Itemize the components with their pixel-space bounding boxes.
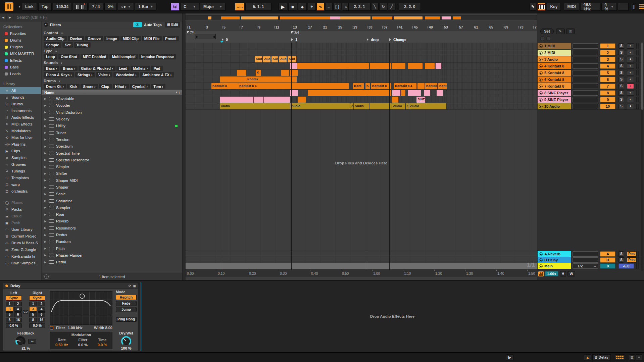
monitor-button[interactable]: ●	[627, 104, 634, 109]
key-note-menu[interactable]: C▼	[180, 3, 199, 11]
beat-division-2[interactable]: 2	[38, 302, 45, 306]
clip-sine[interactable]: SINE	[416, 97, 425, 103]
track-play-icon[interactable]: ▶	[539, 78, 543, 82]
track-row-2-midi[interactable]: ▶2 MIDI2S◐	[537, 49, 644, 56]
filter-tag[interactable]: Strings ›	[75, 72, 95, 77]
track-name[interactable]: ▶A Reverb	[538, 251, 571, 257]
clip[interactable]	[297, 63, 369, 69]
expand-arrow-icon[interactable]: ▶	[44, 213, 47, 216]
expand-arrow-icon[interactable]: ▶	[44, 165, 47, 168]
record-button[interactable]: ●	[298, 3, 307, 11]
track-arm-number[interactable]: 8	[600, 90, 615, 96]
device-list-item[interactable]: ▶Reverb	[42, 218, 182, 224]
clip-kontakt-8[interactable]: Kontakt 8	[371, 83, 391, 89]
place-item-drum-n-bass-s[interactable]: ▭Drum N Bass S	[0, 240, 41, 246]
device-list-item[interactable]: ▶Vocoder	[42, 102, 182, 109]
filter-tag[interactable]: Sample	[44, 42, 61, 48]
clip-lane-track-6[interactable]: Kontak	[186, 76, 537, 83]
monitor-button[interactable]: ◐	[627, 50, 634, 55]
track-arm-number[interactable]: 2	[600, 50, 615, 55]
clip-lane-track-7[interactable]: Kontakt 8Kontakt 8 4KontKKontakt 8Kontak…	[186, 83, 537, 90]
beat-division-3[interactable]: 3	[29, 307, 37, 312]
post-toggle[interactable]: Post	[627, 257, 637, 263]
punch-button[interactable]: [ ]	[333, 3, 341, 11]
browser-forward-button[interactable]: ▶	[7, 14, 13, 20]
filter-tag[interactable]: MIDI File	[142, 36, 162, 41]
track-name[interactable]: ▶9 SINE Player	[538, 97, 571, 103]
stop-button[interactable]: ■	[288, 3, 297, 11]
filter-tag[interactable]: Impulse Response	[139, 54, 176, 59]
device-list-item[interactable]: ▶Shifter	[42, 170, 182, 177]
expand-arrow-icon[interactable]: ▶	[44, 254, 47, 257]
solo-button[interactable]: S	[618, 43, 624, 49]
device-list-item[interactable]: ▶Scale	[42, 191, 182, 197]
clip[interactable]	[281, 70, 289, 76]
filter-tag[interactable]: Image	[104, 36, 119, 41]
filter-tag[interactable]: Voice ›	[96, 72, 112, 77]
expand-arrow-icon[interactable]: ▶	[44, 240, 47, 243]
infinite-feedback-button[interactable]: ∞	[28, 339, 36, 344]
mode-repitch[interactable]: Repitch	[116, 295, 137, 300]
library-item-audio-effects[interactable]: ᎒᎒Audio Effects	[0, 114, 41, 121]
collection-item-plugins[interactable]: Plugins	[0, 44, 41, 50]
monitor-button[interactable]: ●	[627, 57, 634, 62]
locator-drop[interactable]: drop	[367, 38, 379, 42]
library-item-tunings[interactable]: ≓Tunings	[0, 168, 41, 174]
monitor-button[interactable]: ◐	[627, 43, 634, 49]
track-name[interactable]: ▶Main	[538, 263, 571, 269]
track-arm-number[interactable]: 10	[600, 104, 615, 109]
clip-audio[interactable]: Audio	[392, 103, 405, 109]
sort-icon[interactable]: ▼ |	[176, 91, 180, 94]
place-item-zero-g-jungle[interactable]: ▭Zero-G Jungle	[0, 246, 41, 253]
device-list-item[interactable]: ▶Phaser-Flanger	[42, 252, 182, 259]
beat-division-2[interactable]: 2	[14, 302, 22, 306]
expand-arrow-icon[interactable]: ▶	[44, 138, 47, 141]
library-item-drums[interactable]: ⊞Drums	[0, 101, 41, 107]
lock-envelopes-icon[interactable]: ⚿	[566, 29, 575, 34]
draw-automation-icon[interactable]: ✎	[556, 29, 565, 34]
monitor-button[interactable]: ◐	[627, 70, 634, 75]
right-sync-button[interactable]: Sync	[29, 296, 45, 301]
filter-tag[interactable]: Kick	[67, 84, 80, 89]
clip-lane-track-2[interactable]	[186, 49, 537, 56]
metronome-icon[interactable]	[81, 5, 84, 9]
clip-aud[interactable]: Aud	[263, 56, 270, 62]
tap-tempo-button[interactable]: Tap	[38, 3, 52, 11]
fade-in-icon[interactable]: ╱	[388, 3, 395, 11]
loop-region-icon[interactable]: ↻	[379, 3, 387, 11]
edit-tags-button[interactable]: ⊞ Edit	[165, 22, 180, 28]
filter-tag[interactable]: Brass ›	[60, 66, 78, 71]
return-b-lane[interactable]	[186, 257, 537, 263]
filter-tag[interactable]: MPE Enabled	[81, 54, 109, 59]
device-list-item[interactable]: ▶Saturator	[42, 197, 182, 204]
track-play-icon[interactable]: ▶	[539, 258, 543, 262]
clip[interactable]	[220, 76, 246, 83]
filter-tag[interactable]: Device	[68, 36, 84, 41]
push-pads-icon[interactable]	[615, 354, 625, 360]
track-arm-number[interactable]: 5	[600, 70, 615, 75]
track-play-icon[interactable]: ▶	[539, 252, 543, 256]
filter-tag[interactable]: Loop	[44, 54, 57, 59]
expand-arrow-icon[interactable]: ▶	[44, 111, 47, 114]
device-list-item[interactable]: ▶Resonators	[42, 225, 182, 231]
expand-arrow-icon[interactable]: ▶	[44, 104, 47, 107]
drywet-value[interactable]: 100 %	[116, 346, 137, 350]
right-offset-field[interactable]: 0.0 %	[29, 323, 45, 328]
clip--[interactable]: /	[406, 103, 409, 109]
clip[interactable]	[424, 90, 430, 96]
arrangement-view[interactable]: 1357911131721252933374145495357616569737…	[186, 13, 537, 280]
device-list-item[interactable]: ▶Simpler	[42, 163, 182, 170]
clip-kont[interactable]: Kont	[353, 83, 364, 89]
library-item-orchestra[interactable]: ⊡orchestra	[0, 188, 41, 195]
browser-back-button[interactable]: ◀	[0, 14, 7, 20]
track-name[interactable]: ▶5 Kontakt 8	[538, 70, 571, 76]
track-name[interactable]: ▶8 SINE Player	[538, 90, 571, 96]
solo-button[interactable]: S	[618, 104, 624, 109]
track-row-6-kontakt-8[interactable]: ▶6 Kontakt 86S◐	[537, 76, 644, 83]
beat-division-3[interactable]: 3	[6, 307, 13, 312]
beat-division-4[interactable]: 4	[38, 307, 45, 312]
clip-k[interactable]: K	[365, 83, 370, 89]
solo-button[interactable]: S	[618, 70, 624, 75]
device-list-item[interactable]: ▶Shaper	[42, 184, 182, 191]
track-row-9-sine-player[interactable]: ▶9 SINE Player9S◐	[537, 96, 644, 103]
